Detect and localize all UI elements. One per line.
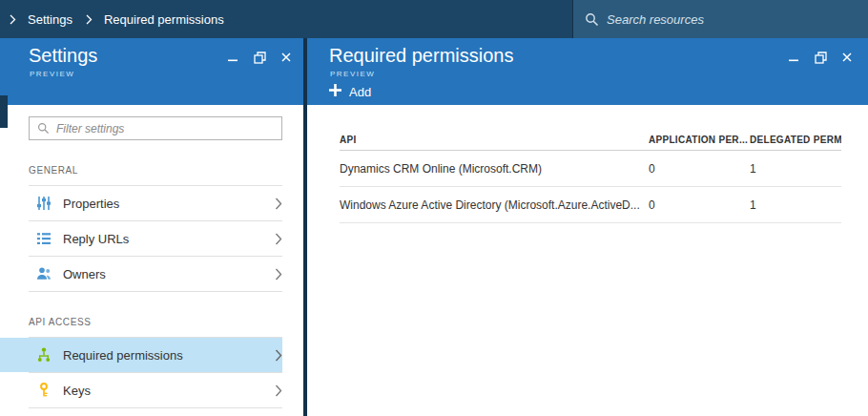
api-name-cell: Dynamics CRM Online (Microsoft.CRM): [340, 162, 649, 176]
close-icon[interactable]: [839, 50, 855, 65]
settings-blade-header: Settings PREVIEW: [0, 38, 303, 105]
search-input[interactable]: [607, 12, 857, 27]
restore-icon[interactable]: [813, 50, 828, 65]
chevron-right-icon: [275, 385, 282, 397]
section-label: GENERAL: [29, 165, 303, 176]
table-row[interactable]: Windows Azure Active Directory (Microsof…: [340, 187, 841, 223]
settings-blade-body: GENERAL Properties Reply URL: [0, 105, 303, 416]
add-button[interactable]: Add: [329, 84, 371, 99]
sidebar-item-keys[interactable]: Keys: [0, 373, 282, 407]
sidebar-item-reply-urls[interactable]: Reply URLs: [0, 221, 282, 256]
permissions-blade-header: Required permissions PREVIEW Add: [307, 38, 868, 105]
section-api-access: API ACCESS Required permissions: [0, 317, 303, 408]
azure-portal-screen: Settings Required permissions Settings P…: [0, 0, 868, 416]
required-permissions-blade: Required permissions PREVIEW Add: [307, 38, 868, 416]
chevron-right-icon: [86, 14, 93, 25]
minimize-icon[interactable]: [786, 50, 801, 65]
application-permissions-cell: 0: [649, 162, 750, 176]
sidebar-item-required-permissions[interactable]: Required permissions: [0, 338, 282, 372]
api-name-cell: Windows Azure Active Directory (Microsof…: [340, 198, 649, 212]
breadcrumb-required-permissions[interactable]: Required permissions: [104, 12, 224, 27]
permissions-blade-title: Required permissions: [329, 45, 513, 67]
properties-icon: [36, 196, 52, 211]
breadcrumb: Settings Required permissions: [0, 12, 238, 27]
restore-icon[interactable]: [252, 50, 267, 65]
topbar: Settings Required permissions: [0, 0, 868, 38]
column-header-application-permissions[interactable]: APPLICATION PER...: [649, 135, 750, 145]
application-permissions-cell: 0: [649, 198, 750, 212]
close-icon[interactable]: [279, 50, 294, 65]
keys-icon: [36, 383, 52, 398]
column-header-api[interactable]: API: [340, 135, 649, 145]
search-box[interactable]: [572, 0, 868, 38]
required-permissions-icon: [36, 347, 52, 363]
settings-blade: Settings PREVIEW: [0, 38, 303, 416]
table-header-row: API APPLICATION PER... DELEGATED PERM...: [340, 130, 841, 151]
chevron-right-icon: [275, 198, 282, 210]
filter-settings-box[interactable]: [29, 116, 282, 140]
chevron-right-icon[interactable]: [10, 14, 16, 25]
divider: [29, 291, 282, 292]
reply-urls-icon: [36, 231, 52, 246]
chevron-right-icon: [275, 268, 282, 281]
breadcrumb-settings[interactable]: Settings: [28, 12, 72, 27]
settings-blade-title: Settings: [29, 45, 97, 67]
sidebar-item-label: Keys: [63, 384, 275, 398]
permissions-table: API APPLICATION PER... DELEGATED PERM...…: [340, 130, 841, 223]
sidebar-item-label: Properties: [63, 197, 275, 211]
delegated-permissions-cell: 1: [750, 198, 841, 212]
sidebar-item-label: Owners: [63, 267, 275, 281]
section-label: API ACCESS: [29, 317, 303, 327]
search-icon: [37, 122, 50, 135]
chevron-right-icon: [275, 349, 282, 362]
owners-icon: [36, 266, 52, 281]
table-row[interactable]: Dynamics CRM Online (Microsoft.CRM) 0 1: [340, 151, 841, 187]
section-general: GENERAL Properties Reply URL: [0, 165, 303, 292]
settings-window-controls: [225, 50, 294, 65]
plus-icon: [329, 84, 341, 99]
column-header-delegated-permissions[interactable]: DELEGATED PERM...: [750, 135, 841, 145]
permissions-blade-body: API APPLICATION PER... DELEGATED PERM...…: [307, 105, 868, 416]
divider: [29, 407, 282, 408]
delegated-permissions-cell: 1: [750, 162, 841, 176]
parent-blade-edge: [0, 95, 8, 128]
minimize-icon[interactable]: [225, 50, 240, 65]
chevron-right-icon: [275, 233, 282, 245]
search-icon: [585, 12, 599, 27]
preview-badge: PREVIEW: [330, 70, 375, 78]
permissions-window-controls: [786, 50, 855, 65]
add-button-label: Add: [349, 85, 371, 99]
sidebar-item-label: Reply URLs: [63, 232, 275, 246]
sidebar-item-label: Required permissions: [63, 348, 275, 363]
filter-settings-input[interactable]: [56, 122, 274, 135]
sidebar-item-owners[interactable]: Owners: [0, 257, 282, 291]
sidebar-item-properties[interactable]: Properties: [0, 186, 282, 220]
preview-badge: PREVIEW: [30, 70, 74, 78]
